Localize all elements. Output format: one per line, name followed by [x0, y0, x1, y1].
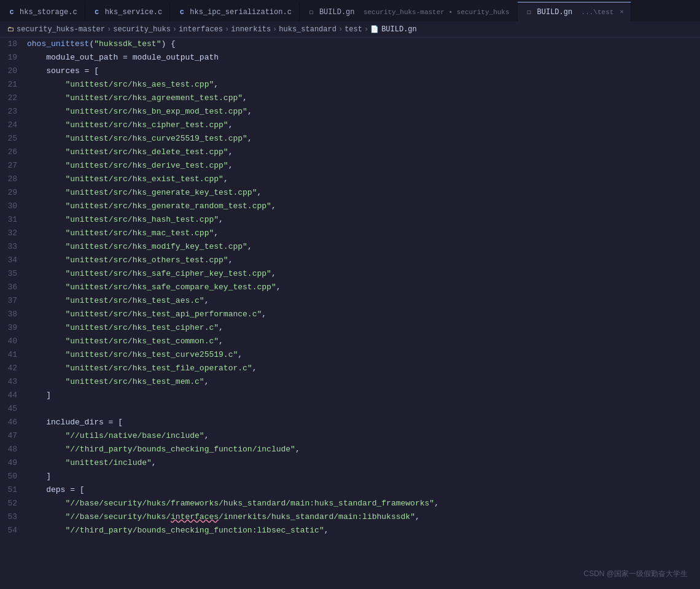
code-line: "unittest/src/hks_mac_test.cpp", — [27, 227, 700, 240]
code-line: deps = [ — [27, 483, 700, 497]
breadcrumb-item: security_huks — [113, 25, 171, 34]
code-line: ] — [27, 389, 700, 402]
line-number: 54 — [5, 524, 17, 537]
c-file-icon: C — [93, 8, 101, 17]
code-line: ohos_unittest("hukssdk_test") { — [27, 37, 700, 51]
code-line: "unittest/src/hks_test_cipher.c", — [27, 321, 700, 335]
line-numbers: 18 19 20 21 22 23 24 25 26 27 28 29 30 3… — [0, 37, 25, 589]
close-tab-button[interactable]: ✕ — [620, 9, 623, 15]
line-number: 51 — [5, 483, 17, 497]
code-line: "unittest/src/hks_bn_exp_mod_test.cpp", — [27, 105, 700, 119]
c-file-icon: C — [177, 8, 186, 17]
code-line: "unittest/src/hks_aes_test.cpp", — [27, 78, 700, 92]
code-line — [27, 402, 700, 416]
line-number: 25 — [5, 132, 17, 146]
code-line: "unittest/src/hks_generate_key_test.cpp"… — [27, 186, 700, 200]
tab-label: hks_storage.c — [20, 8, 77, 17]
tab-label: BUILD.gn ...\test — [537, 8, 614, 17]
code-line: "unittest/src/hks_others_test.cpp", — [27, 254, 700, 267]
line-number: 46 — [5, 416, 17, 429]
breadcrumb: 🗀 security_huks-master › security_huks ›… — [0, 21, 700, 37]
code-line: include_dirs = [ — [27, 416, 700, 429]
line-number: 27 — [5, 159, 17, 173]
code-line: "unittest/src/hks_agreement_test.cpp", — [27, 92, 700, 105]
code-line: "unittest/src/hks_modify_key_test.cpp", — [27, 240, 700, 254]
line-number: 36 — [5, 281, 17, 294]
line-number: 50 — [5, 470, 17, 483]
code-line: "unittest/src/hks_test_file_operator.c", — [27, 362, 700, 375]
line-number: 42 — [5, 362, 17, 375]
breadcrumb-separator: › — [364, 25, 368, 34]
line-number: 48 — [5, 443, 17, 456]
line-number: 28 — [5, 173, 17, 186]
code-line: "unittest/src/hks_derive_test.cpp", — [27, 159, 700, 173]
file-icon: 📄 — [370, 25, 379, 33]
breadcrumb-separator: › — [173, 25, 177, 34]
editor: 18 19 20 21 22 23 24 25 26 27 28 29 30 3… — [0, 37, 700, 589]
line-number: 52 — [5, 497, 17, 510]
line-number: 43 — [5, 375, 17, 389]
breadcrumb-item: test — [344, 25, 362, 34]
code-line: "unittest/src/hks_safe_compare_key_test.… — [27, 281, 700, 294]
line-number: 24 — [5, 119, 17, 132]
tab-label: BUILD.gn security_huks-master • security… — [319, 8, 510, 17]
line-number: 40 — [5, 335, 17, 348]
code-line: module_out_path = module_output_path — [27, 51, 700, 64]
tab-build-gn-1[interactable]: ☐ BUILD.gn security_huks-master • securi… — [300, 2, 518, 21]
breadcrumb-item: 🗀 security_huks-master — [7, 25, 105, 34]
line-number: 49 — [5, 456, 17, 470]
line-number: 53 — [5, 510, 17, 524]
code-line: "//base/security/huks/interfaces/innerki… — [27, 510, 700, 524]
line-number: 32 — [5, 227, 17, 240]
tab-hks-ipc[interactable]: C hks_ipc_serialization.c — [170, 2, 300, 21]
tab-build-gn-2[interactable]: ☐ BUILD.gn ...\test ✕ — [518, 2, 632, 21]
line-number: 20 — [5, 64, 17, 78]
tab-label: hks_ipc_serialization.c — [190, 8, 292, 17]
tab-hks-storage[interactable]: C hks_storage.c — [0, 2, 85, 21]
line-number: 35 — [5, 267, 17, 281]
line-number: 45 — [5, 402, 17, 416]
breadcrumb-item: innerkits — [231, 25, 271, 34]
line-number: 47 — [5, 429, 17, 443]
code-line: "unittest/src/hks_test_mem.c", — [27, 375, 700, 389]
code-line: "//utils/native/base/include", — [27, 429, 700, 443]
code-line: "//base/security/huks/frameworks/huks_st… — [27, 497, 700, 510]
line-number: 41 — [5, 348, 17, 362]
line-number: 39 — [5, 321, 17, 335]
file-icon: ☐ — [307, 8, 316, 17]
line-number: 31 — [5, 213, 17, 227]
code-content[interactable]: ohos_unittest("hukssdk_test") { module_o… — [25, 37, 700, 589]
file-icon: ☐ — [525, 8, 534, 17]
line-number: 33 — [5, 240, 17, 254]
line-number: 38 — [5, 308, 17, 321]
line-number: 18 — [5, 37, 17, 51]
code-line: "unittest/src/hks_delete_test.cpp", — [27, 146, 700, 159]
line-number: 23 — [5, 105, 17, 119]
watermark: CSDN @国家一级假勤奋大学生 — [583, 569, 688, 579]
code-line: "unittest/src/hks_exist_test.cpp", — [27, 173, 700, 186]
code-line: "unittest/src/hks_test_aes.c", — [27, 294, 700, 308]
breadcrumb-item: huks_standard — [279, 25, 336, 34]
line-number: 29 — [5, 186, 17, 200]
breadcrumb-separator: › — [338, 25, 343, 34]
code-line: ] — [27, 470, 700, 483]
code-line: "unittest/src/hks_generate_random_test.c… — [27, 200, 700, 213]
code-line: "unittest/src/hks_curve25519_test.cpp", — [27, 132, 700, 146]
code-line: "unittest/src/hks_safe_cipher_key_test.c… — [27, 267, 700, 281]
line-number: 34 — [5, 254, 17, 267]
code-line: "unittest/src/hks_hash_test.cpp", — [27, 213, 700, 227]
tab-label: hks_service.c — [105, 8, 163, 17]
breadcrumb-separator: › — [107, 25, 111, 34]
code-line: "//third_party/bounds_checking_function:… — [27, 524, 700, 537]
breadcrumb-item-interfaces: interfaces — [179, 25, 223, 34]
breadcrumb-separator: › — [273, 25, 277, 34]
tab-hks-service[interactable]: C hks_service.c — [85, 2, 171, 21]
tab-bar: C hks_storage.c C hks_service.c C hks_ip… — [0, 0, 700, 21]
code-line: sources = [ — [27, 64, 700, 78]
code-line: "unittest/src/hks_test_curve25519.c", — [27, 348, 700, 362]
line-number: 44 — [5, 389, 17, 402]
line-number: 21 — [5, 78, 17, 92]
code-line: "unittest/include", — [27, 456, 700, 470]
line-number: 19 — [5, 51, 17, 64]
line-number: 37 — [5, 294, 17, 308]
